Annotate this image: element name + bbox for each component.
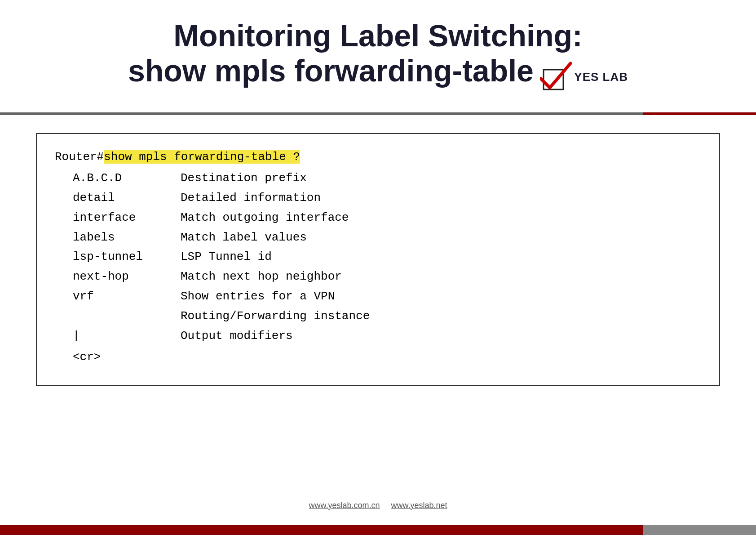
prompt: Router# bbox=[55, 150, 104, 164]
keyword-vrf: vrf bbox=[73, 287, 181, 306]
keyword-next-hop: next-hop bbox=[73, 267, 181, 286]
highlighted-command: show mpls forwarding-table ? bbox=[104, 150, 300, 164]
checkbox-icon bbox=[540, 62, 572, 93]
desc-detail: Detailed information bbox=[181, 188, 701, 208]
desc-abcd: Destination prefix bbox=[181, 169, 701, 188]
table-row: vrf Show entries for a VPN bbox=[73, 287, 701, 306]
desc-routing: Routing/Forwarding instance bbox=[181, 307, 701, 326]
desc-vrf: Show entries for a VPN bbox=[181, 287, 701, 306]
table-row: labels Match label values bbox=[73, 228, 701, 247]
footer-bar-gray bbox=[643, 525, 756, 535]
yeslab-text: YES LAB bbox=[574, 70, 628, 84]
footer-link-2[interactable]: www.yeslab.net bbox=[391, 501, 447, 510]
terminal-box: Router#show mpls forwarding-table ? A.B.… bbox=[36, 133, 720, 386]
desc-labels: Match label values bbox=[181, 228, 701, 247]
table-row: next-hop Match next hop neighbor bbox=[73, 267, 701, 286]
main-content: Router#show mpls forwarding-table ? A.B.… bbox=[0, 115, 756, 386]
keyword-detail: detail bbox=[73, 188, 181, 208]
yeslab-badge: YES LAB bbox=[540, 62, 628, 93]
keyword-empty bbox=[73, 307, 181, 326]
desc-lsp-tunnel: LSP Tunnel id bbox=[181, 247, 701, 267]
table-row: lsp-tunnel LSP Tunnel id bbox=[73, 247, 701, 267]
footer-bar bbox=[0, 525, 756, 535]
desc-pipe: Output modifiers bbox=[181, 326, 701, 346]
title-line2: show mpls forwarding-table bbox=[128, 53, 534, 88]
table-row: interface Match outgoing interface bbox=[73, 208, 701, 227]
cr-line: <cr> bbox=[55, 348, 701, 367]
keyword-interface: interface bbox=[73, 208, 181, 227]
footer-links: www.yeslab.com.cn www.yeslab.net bbox=[0, 501, 756, 510]
desc-next-hop: Match next hop neighbor bbox=[181, 267, 701, 286]
header: Monitoring Label Switching: show mpls fo… bbox=[0, 0, 756, 104]
keyword-labels: labels bbox=[73, 228, 181, 247]
table-row: | Output modifiers bbox=[73, 326, 701, 346]
title-line1: Monitoring Label Switching: bbox=[0, 18, 756, 53]
keyword-lsp-tunnel: lsp-tunnel bbox=[73, 247, 181, 267]
command-line: Router#show mpls forwarding-table ? bbox=[55, 147, 701, 167]
keyword-abcd: A.B.C.D bbox=[73, 169, 181, 188]
desc-interface: Match outgoing interface bbox=[181, 208, 701, 227]
cr-text: <cr> bbox=[73, 350, 101, 364]
footer-link-1[interactable]: www.yeslab.com.cn bbox=[309, 501, 380, 510]
command-table: A.B.C.D Destination prefix detail Detail… bbox=[55, 169, 701, 346]
keyword-pipe: | bbox=[73, 326, 181, 346]
table-row: detail Detailed information bbox=[73, 188, 701, 208]
table-row: Routing/Forwarding instance bbox=[73, 307, 701, 326]
table-row: A.B.C.D Destination prefix bbox=[73, 169, 701, 188]
footer-bar-red bbox=[0, 525, 643, 535]
